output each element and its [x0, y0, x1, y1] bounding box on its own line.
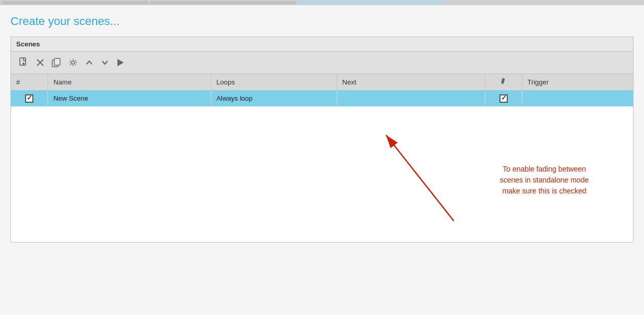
row-next	[337, 90, 485, 106]
row-fade-checkbox[interactable]	[499, 94, 508, 103]
move-up-button[interactable]	[83, 56, 96, 69]
svg-line-12	[386, 135, 454, 221]
copy-icon	[52, 58, 61, 67]
row-name: New Scene	[48, 90, 211, 106]
up-arrow-icon	[86, 59, 93, 66]
scenes-table: # Name Loops Next Trigger	[11, 74, 633, 106]
toolbar	[11, 52, 633, 74]
table-row[interactable]: New Scene Always loop	[11, 90, 633, 106]
col-header-trigger: Trigger	[522, 74, 633, 90]
new-scene-button[interactable]	[16, 56, 31, 69]
row-trigger	[522, 90, 633, 106]
svg-rect-6	[54, 58, 60, 65]
settings-button[interactable]	[66, 56, 80, 69]
gear-icon	[68, 58, 78, 67]
table-container: # Name Loops Next Trigger	[11, 74, 633, 106]
delete-button[interactable]	[34, 56, 46, 69]
play-button[interactable]	[114, 56, 127, 69]
col-header-hash: #	[11, 74, 48, 90]
row-fade-cell[interactable]	[485, 90, 522, 106]
delete-icon	[36, 58, 44, 67]
table-header-row: # Name Loops Next Trigger	[11, 74, 633, 90]
annotation-text: To enable fading betweenscenes in standa…	[487, 164, 602, 197]
move-down-button[interactable]	[99, 56, 111, 69]
svg-rect-0	[20, 58, 26, 65]
col-header-fade	[485, 74, 522, 90]
scenes-panel: Scenes	[10, 37, 634, 243]
row-loops: Always loop	[211, 90, 337, 106]
pencil-header-icon	[500, 78, 507, 85]
row-checkbox-cell[interactable]	[11, 90, 48, 106]
scenes-panel-header: Scenes	[11, 37, 633, 52]
col-header-next: Next	[337, 74, 485, 90]
copy-button[interactable]	[50, 56, 63, 69]
svg-point-7	[71, 61, 75, 64]
top-tab-3[interactable]	[299, 1, 445, 4]
top-tab-2[interactable]	[150, 1, 296, 4]
svg-rect-9	[501, 78, 505, 83]
svg-marker-8	[117, 59, 124, 66]
new-icon	[18, 57, 29, 68]
page-title: Create your scenes...	[10, 15, 634, 28]
col-header-name: Name	[48, 74, 211, 90]
annotation-area: To enable fading betweenscenes in standa…	[11, 106, 633, 242]
col-header-loops: Loops	[211, 74, 337, 90]
down-arrow-icon	[101, 59, 109, 66]
top-tab-1[interactable]	[2, 1, 148, 4]
row-enabled-checkbox[interactable]	[25, 94, 33, 103]
play-icon	[117, 58, 124, 67]
main-content: Create your scenes... Scenes	[0, 5, 644, 315]
